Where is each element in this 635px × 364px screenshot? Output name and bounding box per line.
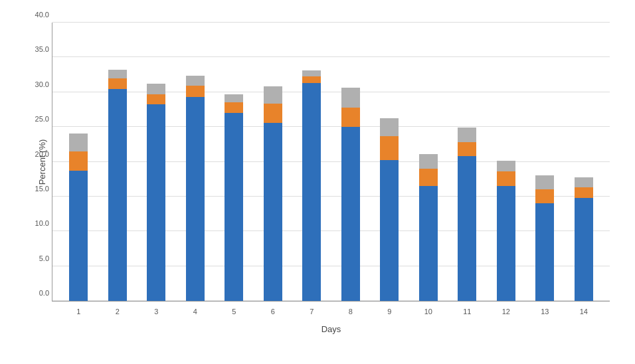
- bar-segment-hypoactive: [458, 156, 476, 301]
- bar-set: 9: [370, 23, 409, 301]
- bar-segment-hypoactive: [186, 97, 205, 301]
- bar-segment-hypoactive: [302, 83, 321, 301]
- bar-segment-hypoactive: [341, 127, 360, 301]
- y-tick-label: 10.0: [23, 219, 49, 227]
- bar-stack: [302, 70, 321, 301]
- bar-stack: [497, 161, 515, 301]
- bar-stack: [419, 154, 438, 301]
- x-tick-label: 13: [525, 308, 565, 316]
- bar-stack: [108, 70, 127, 301]
- bar-set: 4: [176, 23, 215, 301]
- x-tick-label: 8: [331, 308, 371, 316]
- bar-segment-hyperactive: [302, 76, 321, 83]
- x-tick-label: 11: [448, 308, 487, 316]
- y-tick-label: 25.0: [23, 115, 49, 123]
- bar-segment-hypoactive: [108, 89, 127, 301]
- x-tick-label: 3: [137, 308, 176, 316]
- bar-segment-hypoactive: [497, 186, 515, 301]
- bar-set: 13: [525, 23, 565, 301]
- x-tick-label: 12: [487, 308, 526, 316]
- bar-set: 12: [487, 23, 526, 301]
- x-tick-label: 1: [59, 308, 98, 316]
- bar-segment-hyperactive: [264, 104, 282, 123]
- bar-segment-hyperactive: [380, 136, 399, 161]
- y-tick-label: 35.0: [23, 45, 49, 53]
- x-tick-label: 10: [409, 308, 448, 316]
- bar-segment-hypoactive: [535, 203, 554, 301]
- bar-segment-mixed: [147, 84, 165, 94]
- x-tick-label: 14: [565, 308, 604, 316]
- bar-stack: [69, 134, 88, 301]
- bar-segment-hyperactive: [225, 102, 243, 113]
- y-tick-label: 15.0: [23, 185, 49, 193]
- bar-stack: [264, 86, 282, 301]
- bar-segment-mixed: [535, 175, 554, 189]
- bar-segment-mixed: [419, 154, 438, 169]
- bar-stack: [341, 88, 360, 301]
- bar-segment-hyperactive: [147, 94, 165, 104]
- bar-segment-mixed: [186, 76, 205, 86]
- bar-set: 5: [215, 23, 254, 301]
- x-tick-label: 7: [292, 308, 331, 316]
- bar-stack: [535, 175, 554, 301]
- bar-segment-hypoactive: [225, 113, 243, 301]
- bar-set: 8: [331, 23, 371, 301]
- bar-set: 7: [292, 23, 331, 301]
- y-tick-label: 0.0: [23, 289, 49, 297]
- bar-set: 11: [448, 23, 487, 301]
- bar-segment-hypoactive: [69, 171, 88, 301]
- bar-stack: [225, 94, 243, 301]
- chart-container: Percent (%) 1234567891011121314 Days 0.0…: [12, 9, 623, 355]
- bar-set: 3: [137, 23, 176, 301]
- y-tick-label: 5.0: [23, 254, 49, 262]
- bar-segment-hyperactive: [341, 108, 360, 127]
- x-tick-label: 9: [370, 308, 409, 316]
- bar-stack: [575, 177, 593, 301]
- x-tick-label: 4: [176, 308, 215, 316]
- bar-segment-hyperactive: [419, 169, 438, 186]
- bar-segment-hyperactive: [108, 78, 127, 89]
- chart-area: Percent (%) 1234567891011121314 Days 0.0…: [52, 23, 610, 302]
- bar-set: 14: [565, 23, 604, 301]
- bar-segment-mixed: [497, 161, 515, 171]
- bar-segment-mixed: [302, 70, 321, 76]
- bar-segment-hyperactive: [575, 187, 593, 198]
- bar-segment-mixed: [458, 128, 476, 142]
- bar-segment-mixed: [264, 86, 282, 103]
- bar-segment-hyperactive: [458, 142, 476, 156]
- y-tick-label: 30.0: [23, 80, 49, 88]
- bar-segment-hyperactive: [186, 86, 205, 97]
- bar-segment-hypoactive: [419, 186, 438, 301]
- bar-segment-hypoactive: [575, 198, 593, 301]
- bar-stack: [380, 118, 399, 301]
- x-axis-label: Days: [321, 324, 341, 334]
- x-tick-label: 6: [254, 308, 293, 316]
- bar-segment-mixed: [380, 118, 399, 136]
- bar-segment-hypoactive: [264, 123, 282, 301]
- bar-segment-hyperactive: [69, 151, 88, 171]
- bar-segment-mixed: [575, 177, 593, 188]
- bar-segment-hyperactive: [497, 171, 515, 186]
- bar-segment-mixed: [341, 88, 360, 107]
- bar-set: 2: [98, 23, 137, 301]
- bar-segment-mixed: [69, 134, 88, 151]
- y-axis-label: Percent (%): [37, 139, 47, 185]
- bar-segment-hypoactive: [380, 160, 399, 301]
- x-tick-label: 2: [98, 308, 137, 316]
- bar-segment-hyperactive: [535, 189, 554, 203]
- bar-stack: [186, 76, 205, 301]
- bar-stack: [458, 128, 476, 301]
- bars-group: 1234567891011121314: [52, 23, 610, 301]
- bar-set: 6: [254, 23, 293, 301]
- x-tick-label: 5: [215, 308, 254, 316]
- y-tick-label: 40.0: [23, 11, 49, 19]
- bar-segment-mixed: [108, 70, 127, 78]
- bar-set: 10: [409, 23, 448, 301]
- bar-segment-hypoactive: [147, 104, 165, 301]
- bar-segment-mixed: [225, 94, 243, 103]
- y-tick-label: 20.0: [23, 150, 49, 158]
- bar-set: 1: [59, 23, 98, 301]
- bar-stack: [147, 84, 165, 301]
